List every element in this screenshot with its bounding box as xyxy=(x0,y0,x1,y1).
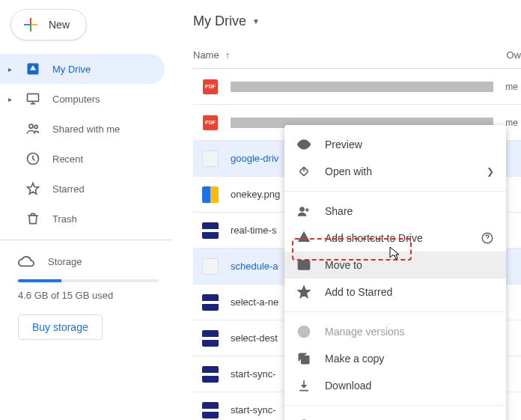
file-name: onekey.png xyxy=(231,189,280,200)
computers-icon xyxy=(24,90,42,108)
storage-item[interactable]: Storage xyxy=(18,246,159,276)
menu-separator xyxy=(284,311,506,312)
file-name: google-driv xyxy=(231,153,278,164)
menu-item-star[interactable]: Add to Starred xyxy=(284,279,506,305)
download-icon xyxy=(296,378,311,393)
chevron-right-icon: ❯ xyxy=(487,166,494,177)
file-name: start-sync- xyxy=(231,404,276,416)
sidebar-item-label: My Drive xyxy=(52,64,91,75)
sidebar-item-computers[interactable]: ▸Computers xyxy=(0,84,165,114)
file-name: real-time-s xyxy=(231,225,276,236)
storage-used-text: 4.6 GB of 15 GB used xyxy=(18,290,159,301)
image-icon xyxy=(202,222,219,239)
menu-item-eye[interactable]: Preview xyxy=(284,131,506,158)
sidebar-item-label: Trash xyxy=(52,213,77,225)
versions-icon xyxy=(296,324,311,339)
storage-label: Storage xyxy=(48,256,82,267)
recent-icon xyxy=(24,150,42,168)
sidebar-item-shared[interactable]: Shared with me xyxy=(0,114,165,144)
sidebar-item-label: Shared with me xyxy=(52,124,120,135)
svg-point-4 xyxy=(302,143,306,147)
image-icon xyxy=(202,186,219,203)
col-name[interactable]: Name ↑ xyxy=(193,49,499,61)
image-icon xyxy=(202,402,219,419)
file-name: start-sync- xyxy=(231,368,276,380)
menu-item-download[interactable]: Download xyxy=(284,372,506,399)
file-row[interactable]: PDFme xyxy=(193,69,521,105)
cloud-icon xyxy=(18,253,34,270)
col-name-label: Name xyxy=(193,49,219,61)
sidebar-item-drive[interactable]: ▸My Drive xyxy=(0,54,165,84)
sidebar-item-label: Computers xyxy=(52,94,100,105)
menu-item-shortcut[interactable]: Add shortcut to Drive xyxy=(284,225,506,252)
storage-bar-fill xyxy=(18,279,61,282)
menu-item-share[interactable]: Share xyxy=(284,198,506,225)
image-icon xyxy=(202,150,219,167)
file-name: select-dest xyxy=(231,332,278,344)
expand-icon: ▸ xyxy=(6,95,13,103)
menu-item-label: Add shortcut to Drive xyxy=(325,232,423,244)
nav: ▸My Drive▸ComputersShared with meRecentS… xyxy=(0,54,172,234)
breadcrumb[interactable]: My Drive ▼ xyxy=(193,0,521,42)
menu-item-label: Make a copy xyxy=(325,353,384,365)
drive-icon xyxy=(24,60,42,78)
sidebar-item-recent[interactable]: Recent xyxy=(0,144,165,174)
col-owner[interactable]: Ow xyxy=(499,49,521,61)
sidebar-item-trash[interactable]: Trash xyxy=(0,204,165,234)
menu-item-label: Download xyxy=(325,380,371,392)
menu-item-copy[interactable]: Make a copy xyxy=(284,345,506,372)
menu-separator xyxy=(284,405,506,406)
menu-item-label: Manage versions xyxy=(325,326,405,338)
help-icon[interactable] xyxy=(481,231,494,245)
expand-icon: ▸ xyxy=(6,65,13,73)
sidebar: New ▸My Drive▸ComputersShared with meRec… xyxy=(0,0,172,420)
caret-down-icon: ▼ xyxy=(252,17,260,25)
image-icon xyxy=(202,330,219,347)
new-label: New xyxy=(49,19,70,31)
pdf-icon: PDF xyxy=(203,115,218,130)
moveto-icon xyxy=(296,258,311,273)
menu-item-trash[interactable]: Remove xyxy=(284,412,506,420)
sidebar-item-star[interactable]: Starred xyxy=(0,174,165,204)
shortcut-icon xyxy=(296,231,311,246)
sidebar-item-label: Starred xyxy=(52,183,85,195)
menu-item-label: Share xyxy=(325,205,353,217)
pdf-icon: PDF xyxy=(203,79,218,94)
svg-point-2 xyxy=(34,125,37,128)
file-name: select-a-ne xyxy=(231,296,278,308)
image-icon xyxy=(202,258,219,275)
image-icon xyxy=(202,294,219,311)
file-owner: me xyxy=(505,82,521,92)
shared-icon xyxy=(24,120,42,138)
divider xyxy=(0,240,172,240)
star-icon xyxy=(296,284,311,299)
menu-item-label: Open with xyxy=(325,165,372,177)
menu-item-label: Preview xyxy=(325,139,362,150)
menu-item-moveto[interactable]: Move to xyxy=(284,252,506,279)
plus-icon xyxy=(22,16,40,34)
file-name xyxy=(231,82,493,92)
eye-icon xyxy=(296,137,311,152)
context-menu: PreviewOpen with❯ShareAdd shortcut to Dr… xyxy=(284,125,506,420)
breadcrumb-title: My Drive xyxy=(193,13,246,29)
trash-icon xyxy=(24,210,42,228)
svg-point-1 xyxy=(29,124,33,128)
openwith-icon xyxy=(296,164,311,179)
svg-point-5 xyxy=(300,207,304,211)
menu-separator xyxy=(284,191,506,192)
copy-icon xyxy=(296,351,311,366)
file-name: schedule-a xyxy=(231,261,278,272)
sort-asc-icon: ↑ xyxy=(225,49,231,61)
buy-storage-button[interactable]: Buy storage xyxy=(18,314,103,340)
menu-item-versions: Manage versions xyxy=(284,318,506,345)
star-icon xyxy=(24,180,42,198)
column-header: Name ↑ Ow xyxy=(193,42,521,69)
menu-item-label: Add to Starred xyxy=(325,286,392,298)
new-button[interactable]: New xyxy=(10,9,87,40)
storage-section: Storage 4.6 GB of 15 GB used Buy storage xyxy=(0,246,172,340)
storage-bar xyxy=(18,279,159,282)
image-icon xyxy=(202,366,219,383)
menu-item-label: Move to xyxy=(325,259,362,271)
svg-rect-0 xyxy=(28,94,39,101)
menu-item-openwith[interactable]: Open with❯ xyxy=(284,158,506,185)
